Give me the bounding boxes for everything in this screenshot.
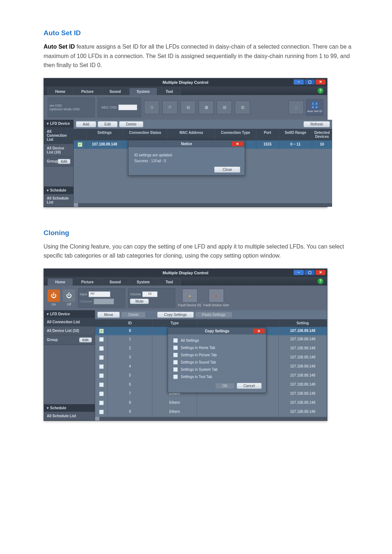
sidebar-group[interactable]: Group Edit <box>44 157 73 167</box>
help-icon[interactable]: ? <box>318 278 323 284</box>
cell-id: 1 <box>108 335 152 344</box>
add-button[interactable]: Add <box>76 121 96 127</box>
sidebar-all-schedule[interactable]: All Schedule List <box>44 412 95 420</box>
ribbon-lamp-icon[interactable]: ◌ <box>289 100 304 114</box>
row-checkbox[interactable] <box>99 410 104 414</box>
sidebar-schedule[interactable]: ▾Schedule <box>44 186 73 194</box>
maximize-icon[interactable]: ▢ <box>305 270 315 275</box>
menu-home[interactable]: Home <box>48 88 73 95</box>
maximize-icon[interactable]: ▢ <box>305 79 315 85</box>
sidebar-all-connection[interactable]: All Connection List <box>44 318 95 327</box>
col-port[interactable]: Port <box>256 129 279 140</box>
sidebar-schedule[interactable]: ▾Schedule <box>44 404 95 412</box>
channel-stepper[interactable] <box>94 299 114 304</box>
ribbon-holiday-icon[interactable]: ▤ <box>180 100 196 114</box>
copy-opt-picture[interactable]: Settings in Picture Tab <box>173 353 261 357</box>
paste-settings-button[interactable]: Paste Settings <box>195 312 232 318</box>
volume-field[interactable]: 11 <box>142 291 158 297</box>
sidebar-group-edit-button[interactable]: Edit <box>79 337 92 342</box>
close-icon[interactable]: ✕ <box>315 79 326 85</box>
copy-opt-tool[interactable]: Settings in Tool Tab <box>173 374 261 379</box>
row-checkbox[interactable] <box>99 373 104 378</box>
menu-picture[interactable]: Picture <box>74 278 101 286</box>
minimize-icon[interactable]: – <box>294 79 304 85</box>
sidebar-all-device[interactable]: All Device List (10) <box>44 327 95 335</box>
copy-opt-sound[interactable]: Settings in Sound Tab <box>173 360 261 365</box>
checkbox-icon[interactable] <box>173 353 178 357</box>
copy-opt-home[interactable]: Settings in Home Tab <box>173 345 261 350</box>
cell-type: Ethern <box>152 408 197 417</box>
col-settings[interactable]: Settings <box>86 129 123 140</box>
copy-cancel-button[interactable]: Cancel <box>237 383 262 389</box>
horizontal-scrollbar[interactable] <box>95 417 327 420</box>
row-checkbox[interactable] <box>99 337 104 342</box>
copy-opt-system[interactable]: Settings in System Tab <box>173 367 261 372</box>
delete-button[interactable]: Delete <box>121 312 146 318</box>
help-icon[interactable]: ? <box>318 88 323 94</box>
sidebar-lfd-device[interactable]: ▾LFD Device <box>44 310 95 318</box>
copy-settings-button[interactable]: Copy Settings <box>157 312 193 318</box>
checkbox-icon[interactable] <box>173 345 178 350</box>
row-checkbox[interactable] <box>99 382 104 387</box>
fault-device-label: Fault Device (0) <box>178 303 201 307</box>
power-on-button[interactable]: ⏻ <box>48 290 60 302</box>
checkbox-icon[interactable] <box>173 338 178 343</box>
auto-set-id-button[interactable]: 1234 Auto Set ID <box>306 99 323 116</box>
row-checkbox[interactable] <box>99 346 104 351</box>
ribbon-clock-icon[interactable]: ◷ <box>144 100 159 114</box>
col-range[interactable]: SetID Range <box>279 129 312 140</box>
minimize-icon[interactable]: – <box>294 270 304 275</box>
table-row[interactable]: 9Ethern107.108.89.148 <box>95 408 327 417</box>
menu-tool[interactable]: Tool <box>158 88 180 95</box>
sidebar-lfd-device[interactable]: ▾LFD Device <box>44 120 73 127</box>
table-row[interactable]: 8Ethern107.108.89.148 <box>95 399 327 408</box>
ribbon-pixel-icon[interactable]: ▩ <box>199 100 214 114</box>
sidebar-all-connection[interactable]: All Connection List <box>44 127 73 144</box>
delete-button[interactable]: Delete <box>119 121 143 127</box>
sidebar-all-schedule[interactable]: All Schedule List <box>44 194 73 207</box>
col-detected[interactable]: Detected Devices <box>312 129 332 140</box>
col-setting[interactable]: Setting <box>279 319 327 327</box>
col-type[interactable]: Connection Type <box>215 129 256 140</box>
row-checkbox[interactable] <box>99 364 104 369</box>
close-icon[interactable]: ✕ <box>315 270 326 275</box>
copy-opt-all[interactable]: All Settings <box>173 338 261 343</box>
ribbon-safety-icon[interactable]: ▥ <box>235 100 250 114</box>
checkbox-icon[interactable] <box>173 367 178 372</box>
input-dropdown[interactable]: AV <box>89 291 110 297</box>
row-checkbox[interactable] <box>99 391 104 396</box>
col-connection-status[interactable]: Connection Status <box>123 129 168 140</box>
move-button[interactable]: Move <box>97 312 120 318</box>
cell-type: Ethern <box>152 399 197 408</box>
row-checkbox[interactable] <box>99 401 104 405</box>
sidebar-all-device[interactable]: All Device List (10) <box>44 144 73 157</box>
menu-home[interactable]: Home <box>48 278 73 286</box>
notice-close-button[interactable]: Close <box>214 167 240 173</box>
dialog-close-icon[interactable]: ✕ <box>253 329 265 333</box>
copy-ok-button[interactable]: OK <box>215 383 234 389</box>
checkbox-icon[interactable] <box>173 360 178 365</box>
dialog-close-icon[interactable]: ✕ <box>232 141 243 146</box>
edit-button[interactable]: Edit <box>98 121 118 127</box>
menu-sound[interactable]: Sound <box>102 278 128 286</box>
col-id[interactable]: ID <box>108 319 152 327</box>
menu-system[interactable]: System <box>129 278 158 286</box>
menu-picture[interactable]: Picture <box>74 88 101 95</box>
menu-sound[interactable]: Sound <box>102 88 128 95</box>
checkbox-icon[interactable] <box>173 374 178 379</box>
ribbon-screen-icon[interactable]: ▧ <box>217 100 232 114</box>
row-checkbox[interactable]: ✓ <box>99 329 104 333</box>
row-checkbox[interactable] <box>99 355 104 360</box>
sidebar-group[interactable]: Group Edit <box>44 335 95 345</box>
sidebar-group-edit-button[interactable]: Edit <box>58 159 70 164</box>
col-type[interactable]: Type <box>152 319 197 327</box>
mute-button[interactable]: Mute <box>130 299 149 304</box>
menu-tool[interactable]: Tool <box>158 278 180 286</box>
power-off-button[interactable]: ⏻ <box>63 290 75 302</box>
menu-system[interactable]: System <box>129 88 158 95</box>
col-mac[interactable]: MAC Address <box>168 129 215 140</box>
horizontal-scrollbar[interactable] <box>74 203 332 207</box>
ribbon-timer-icon[interactable]: ⏱ <box>162 100 177 114</box>
refresh-button[interactable]: Refresh <box>303 121 330 127</box>
mdc-osd-dropdown[interactable] <box>118 104 137 110</box>
